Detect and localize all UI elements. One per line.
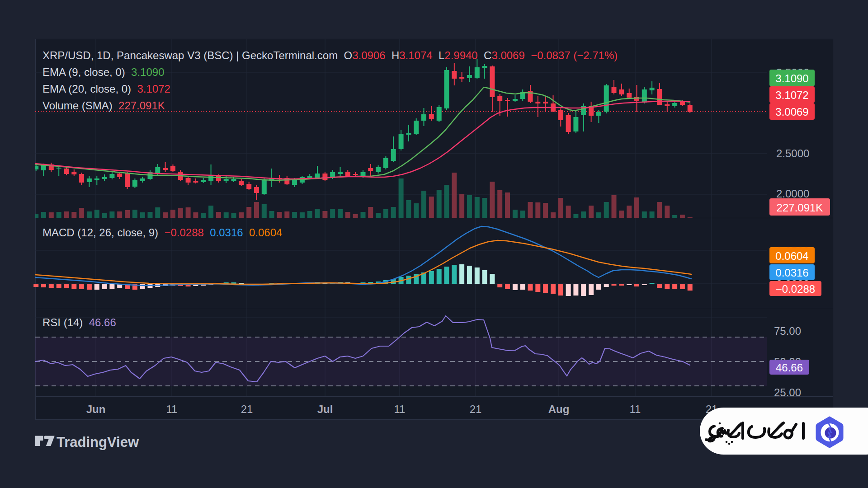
svg-text:2.5000: 2.5000 bbox=[776, 147, 809, 160]
svg-text:227.091K: 227.091K bbox=[777, 202, 823, 214]
svg-text:−0.0288: −0.0288 bbox=[776, 283, 815, 295]
svg-text:11: 11 bbox=[166, 403, 178, 415]
svg-text:3.1090: 3.1090 bbox=[775, 72, 808, 84]
svg-text:0.0604: 0.0604 bbox=[775, 250, 808, 262]
svg-text:11: 11 bbox=[630, 403, 641, 415]
svg-text:EMA (9, close, 0) 3.1090: EMA (9, close, 0) 3.1090 bbox=[42, 66, 164, 78]
svg-text:2.0000: 2.0000 bbox=[776, 188, 809, 200]
svg-text:75.00: 75.00 bbox=[774, 325, 801, 337]
svg-text:3.1072: 3.1072 bbox=[775, 89, 808, 101]
svg-text:Jun: Jun bbox=[86, 403, 106, 415]
svg-text:11: 11 bbox=[394, 403, 406, 415]
svg-text:25.00: 25.00 bbox=[774, 386, 801, 399]
svg-text:EMA (20, close, 0) 3.1072: EMA (20, close, 0) 3.1072 bbox=[42, 83, 170, 95]
svg-text:Jul: Jul bbox=[317, 403, 333, 415]
svg-text:MACD (12, 26, close, 9) −0.02: MACD (12, 26, close, 9) −0.0288 0.0316 0… bbox=[42, 226, 282, 239]
svg-text:XRP/USD, 1D, Pancakeswap V3 (B: XRP/USD, 1D, Pancakeswap V3 (BSC) | Geck… bbox=[42, 49, 618, 61]
svg-text:TradingView: TradingView bbox=[57, 434, 139, 450]
svg-text:Volume (SMA) 227.091K: Volume (SMA) 227.091K bbox=[42, 99, 165, 112]
svg-text:46.66: 46.66 bbox=[776, 361, 803, 374]
svg-text:3.0069: 3.0069 bbox=[775, 106, 808, 118]
svg-text:21: 21 bbox=[470, 403, 482, 415]
svg-text:21: 21 bbox=[241, 403, 253, 415]
svg-text:0.0316: 0.0316 bbox=[775, 267, 808, 279]
svg-text:RSI (14) 46.66: RSI (14) 46.66 bbox=[42, 316, 116, 328]
svg-text:Aug: Aug bbox=[548, 403, 570, 415]
